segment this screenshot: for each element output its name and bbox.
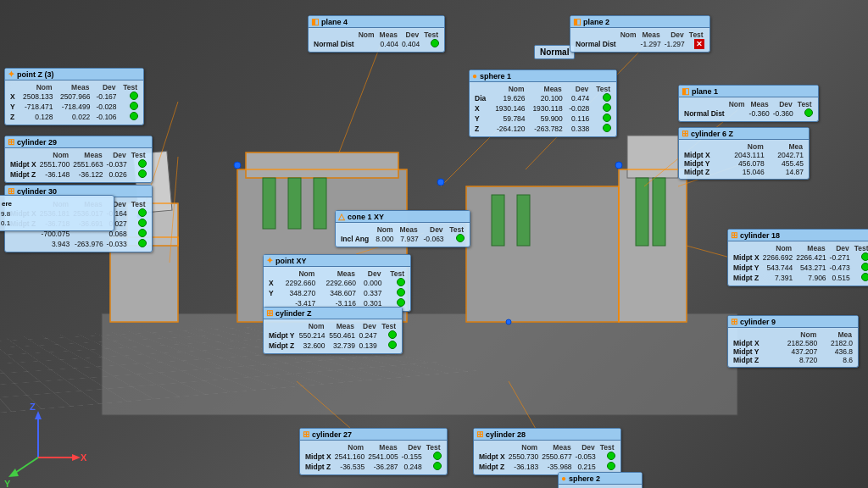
panel-title-point-z3: ✦ point Z (3) <box>5 69 143 80</box>
table-point-z3: NomMeasDevTest X 2508.1332507.966-0.167 … <box>8 83 140 122</box>
status-green <box>431 39 439 47</box>
table-plane1: NomMeasDevTest Normal Dist -0.360-0.360 <box>682 100 815 119</box>
status-green <box>130 112 138 120</box>
status-green <box>607 462 615 470</box>
table-row: Midpt Y 550.214550.4610.247 <box>267 330 398 341</box>
panel-cylinderz: ⊞ cylinder Z NomMeasDevTest Midpt Y 550.… <box>263 307 403 354</box>
svg-rect-8 <box>627 136 678 178</box>
svg-line-23 <box>170 157 178 263</box>
svg-rect-20 <box>636 178 648 246</box>
status-green <box>397 278 405 286</box>
table-cylinder28: NomMeasDevTest Midpt X 2550.7302550.677-… <box>477 443 617 472</box>
table-row: Midpt X 2043.1112042.71 <box>682 151 805 159</box>
normal-text: Normal <box>540 47 569 57</box>
table-plane4: NomMeasDevTest Normal Dist 0.4040.404 <box>312 30 441 49</box>
svg-text:Y: Y <box>4 479 11 488</box>
svg-rect-14 <box>619 169 687 322</box>
table-row: Midpt Z 7.3917.9060.515 <box>732 273 868 283</box>
status-green <box>388 330 397 339</box>
table-row: Y -718.471-718.499-0.028 <box>8 102 140 112</box>
svg-rect-15 <box>263 178 275 229</box>
panel-title-plane2: ◧ plane 2 <box>570 16 709 28</box>
table-row: Normal Dist -0.360-0.360 <box>682 108 815 119</box>
status-green <box>130 92 138 100</box>
status-green <box>138 169 147 178</box>
svg-marker-43 <box>72 454 81 461</box>
panel-title-cylinder29: ⊞ cylinder 29 <box>5 136 152 148</box>
status-green <box>804 108 813 117</box>
svg-rect-6 <box>466 186 619 322</box>
table-row: Midpt Z 15.04614.87 <box>682 168 805 176</box>
table-row: Midpt Y 456.078455.45 <box>682 159 805 168</box>
status-green <box>138 219 147 227</box>
svg-rect-12 <box>246 152 398 178</box>
svg-line-45 <box>13 458 38 474</box>
status-green <box>397 288 405 297</box>
svg-rect-16 <box>288 178 301 229</box>
table-row: Midpt Z -36.183-35.9680.215 <box>477 462 617 472</box>
panel-plane2: ◧ plane 2 NomMeasDevTest Normal Dist -1.… <box>570 15 710 53</box>
svg-line-24 <box>339 42 381 152</box>
svg-point-34 <box>234 162 241 169</box>
svg-point-38 <box>506 319 511 324</box>
panel-title-plane1: ◧ plane 1 <box>679 86 818 97</box>
panel-title-cylinderz: ⊞ cylinder Z <box>264 308 402 319</box>
svg-text:X: X <box>81 452 87 463</box>
panel-title-sphere2: ● sphere 2 <box>559 473 642 485</box>
svg-rect-5 <box>246 152 398 178</box>
svg-rect-18 <box>492 195 504 246</box>
status-green <box>456 234 465 242</box>
panel-title-pointxy: ✦ point XY <box>264 255 410 267</box>
status-green <box>138 239 147 247</box>
table-row: Dia 19.62620.1000.474 <box>473 93 613 103</box>
table-cylinder29: NomMeasDevTest Midpt X 2551.7002551.663-… <box>8 151 148 180</box>
panel-partial-left: ere 9.8 0.1 <box>0 195 114 231</box>
table-row: X 1930.1461930.118-0.028 <box>473 103 613 114</box>
status-green <box>433 462 442 470</box>
table-row: 3.943-263.976-0.033 <box>8 239 148 249</box>
3d-viewport[interactable]: Z X Y Normal ✦ point Z (3) NomMeasDevTes… <box>0 0 868 488</box>
svg-rect-13 <box>466 186 619 322</box>
svg-point-35 <box>437 179 444 186</box>
panel-title-sphere1: ● sphere 1 <box>470 70 616 82</box>
table-row: Midpt X 2551.7002551.663-0.037 <box>8 159 148 169</box>
table-row: Y 348.270348.6070.337 <box>267 288 407 298</box>
cylinderz-label: cylinder Z <box>275 309 312 318</box>
table-row: Midpt Z 8.7208.6 <box>732 356 854 364</box>
table-row: Midpt Z 32.60032.7390.139 <box>267 341 398 351</box>
status-green <box>861 263 868 271</box>
panel-sphere2: ● sphere 2 <box>558 472 643 488</box>
table-row: Midpt X 2266.6922266.421-0.271 <box>732 252 868 263</box>
svg-rect-19 <box>517 195 530 246</box>
table-row: Normal Dist 0.4040.404 <box>312 39 441 49</box>
panel-title-cylinder18: ⊞ cylinder 18 <box>728 230 868 241</box>
table-sphere1: NomMeasDevTest Dia 19.62620.1000.474 X 1… <box>473 85 613 134</box>
status-green <box>138 229 147 237</box>
svg-marker-40 <box>35 411 42 419</box>
panel-cylinder29: ⊞ cylinder 29 NomMeasDevTest Midpt X 255… <box>4 136 153 183</box>
panel-sphere1: ● sphere 1 NomMeasDevTest Dia 19.62620.1… <box>469 69 617 137</box>
panel-cylinder9: ⊞ cylinder 9 NomMea Midpt X 2182.5802182… <box>727 315 859 368</box>
status-green <box>607 452 615 460</box>
svg-point-36 <box>615 162 622 169</box>
status-green <box>388 341 397 349</box>
table-row: Midpt Z -36.535-36.2870.248 <box>303 462 443 472</box>
table-row: X 2292.6602292.6600.000 <box>267 278 407 288</box>
svg-rect-7 <box>619 169 687 322</box>
table-row: Midpt X 2550.7302550.677-0.053 <box>477 452 617 462</box>
status-green <box>603 124 611 132</box>
floor-grid <box>0 324 476 420</box>
svg-rect-21 <box>653 178 665 246</box>
panel-plane1: ◧ plane 1 NomMeasDevTest Normal Dist -0.… <box>678 85 819 122</box>
status-green <box>433 452 442 460</box>
panel-cylinder6z: ⊞ cylinder 6 Z NomMea Midpt X 2043.11120… <box>678 127 810 180</box>
table-cylinder27: NomMeasDevTest Midpt X 2541.1602541.005-… <box>303 443 443 472</box>
table-row: Midpt Y 543.744543.271-0.473 <box>732 263 868 273</box>
status-green <box>397 298 405 307</box>
panel-plane4: ◧ plane 4 NomMeasDevTest Normal Dist 0.4… <box>308 15 445 53</box>
table-row: Midpt X 2541.1602541.005-0.155 <box>303 452 443 462</box>
panel-cone1xy: △ cone 1 XY NomMeasDevTest Incl Ang 8.00… <box>335 210 470 247</box>
table-row: Midpt Y 437.207436.8 <box>732 347 854 356</box>
table-cylinder18: NomMeasDevTest Midpt X 2266.6922266.421-… <box>732 244 868 283</box>
status-green <box>130 102 138 110</box>
